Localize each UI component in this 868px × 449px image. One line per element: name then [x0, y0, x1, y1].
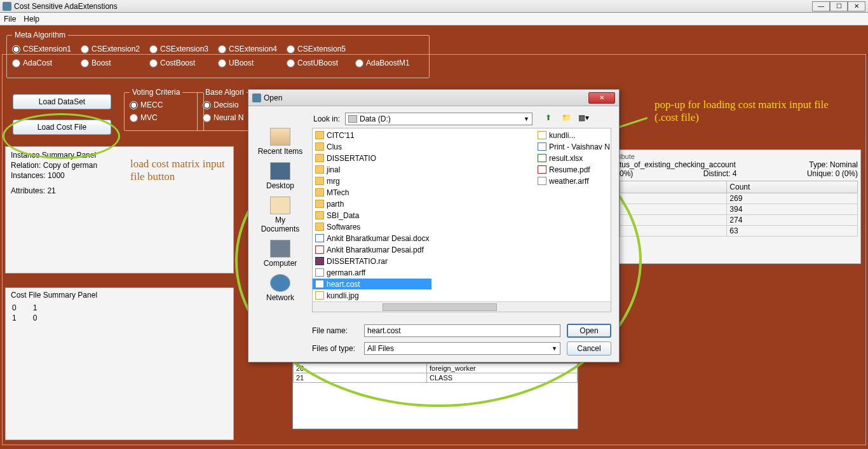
radio-mvc[interactable]	[130, 114, 138, 122]
cancel-button[interactable]: Cancel	[567, 342, 611, 356]
folder-icon	[315, 177, 324, 185]
file-item[interactable]: Ankit Bharatkumar Desai.pdf	[313, 244, 431, 255]
place-network[interactable]: Network	[266, 274, 294, 302]
radio-adaboostm1[interactable]: AdaBoostM1	[355, 59, 424, 67]
drive-icon	[348, 115, 357, 123]
file-item[interactable]: SBI_Data	[313, 210, 431, 221]
meta-legend: Meta Algorithm	[12, 31, 68, 39]
menu-file[interactable]: File	[4, 15, 16, 24]
annotation-load-cost-text: load cost matrix input file button	[130, 158, 232, 183]
cost-matrix-table: 0110	[11, 302, 53, 324]
radio-boost[interactable]: Boost	[81, 59, 149, 67]
basealg-legend: Base Algori	[203, 88, 247, 97]
java-icon	[3, 2, 11, 11]
place-computer[interactable]: Computer	[264, 240, 297, 268]
radio-csextension3[interactable]: CSExtension3	[149, 45, 218, 53]
folder-icon	[315, 200, 324, 208]
annotation-popup-text: pop-up for loading cost matrix input fil…	[654, 99, 851, 124]
radio-adacost[interactable]: AdaCost	[12, 59, 81, 67]
file-item[interactable]: DISSERTATIO	[313, 153, 431, 163]
file-item[interactable]: Resume.pdf	[535, 164, 611, 175]
maximize-button[interactable]: ☐	[830, 1, 848, 11]
horizontal-scrollbar[interactable]	[313, 301, 611, 312]
load-cost-file-button[interactable]: Load Cost File	[13, 120, 111, 135]
file-item[interactable]: kundli...	[535, 130, 611, 141]
filename-label: File name:	[312, 326, 358, 335]
radio-mecc[interactable]	[130, 101, 138, 109]
file-item[interactable]: DISSERTATIO.rar	[313, 256, 431, 266]
file-list[interactable]: CITC'11ClusDISSERTATIOjinalmrgMTechparth…	[312, 128, 611, 312]
file-item[interactable]: weather.arff	[535, 176, 611, 186]
dialog-titlebar: Open ✕	[248, 90, 619, 106]
radio-csextension4[interactable]: CSExtension4	[218, 45, 287, 53]
places-bar: Recent Items Desktop My Documents Comput…	[255, 128, 306, 302]
folder-icon	[315, 188, 324, 197]
file-item[interactable]: kundli.jpg	[313, 290, 431, 301]
file-item[interactable]: Clus	[313, 141, 431, 152]
img-icon	[538, 131, 546, 139]
window-titlebar: Cost Sensitive AdaExtenstions — ☐ ✕	[0, 0, 868, 13]
new-folder-icon[interactable]: 📁	[562, 113, 573, 125]
file-icon	[315, 280, 324, 288]
dialog-title: Open	[264, 93, 588, 102]
voting-criteria-group: Voting Criteria MECC MVC	[124, 88, 204, 131]
cost-file-summary-panel: Cost File Summary Panel 0110	[5, 287, 234, 440]
file-item[interactable]: CITC'11	[313, 130, 431, 141]
open-button[interactable]: Open	[567, 324, 611, 338]
radio-costboost[interactable]: CostBoost	[149, 59, 218, 67]
folder-icon	[315, 131, 324, 139]
img-icon	[315, 291, 324, 300]
radio-uboost[interactable]: UBoost	[218, 59, 287, 67]
place-mydocs[interactable]: My Documents	[255, 197, 306, 233]
filename-input[interactable]	[364, 324, 560, 337]
radio-neural[interactable]	[203, 114, 211, 122]
file-item[interactable]: jinal	[313, 164, 431, 175]
filetype-label: Files of type:	[312, 344, 358, 353]
attribute-list-panel: 20foreign_worker21CLASS	[292, 363, 578, 429]
menu-help[interactable]: Help	[24, 15, 39, 24]
place-desktop[interactable]: Desktop	[266, 162, 294, 190]
dialog-close-button[interactable]: ✕	[588, 92, 615, 104]
radio-csextension5[interactable]: CSExtension5	[287, 45, 355, 53]
lookin-combo[interactable]: Data (D:) ▼	[345, 113, 532, 125]
folder-icon	[315, 142, 324, 151]
chevron-down-icon: ▼	[524, 116, 529, 122]
doc-icon	[538, 142, 546, 151]
pdf-icon	[538, 165, 546, 174]
radio-costuboost[interactable]: CostUBoost	[287, 59, 355, 67]
radio-csextension1[interactable]: CSExtension1	[12, 45, 81, 53]
folder-icon	[315, 165, 324, 174]
folder-icon	[315, 211, 324, 219]
attribute-detail-panel: ibute tus_of_existing_checking_account T…	[616, 149, 861, 264]
file-item[interactable]: heart.cost	[313, 279, 431, 289]
file-item[interactable]: Print - Vaishnav N	[535, 141, 611, 152]
file-item[interactable]: Ankit Bharatkumar Desai.docx	[313, 233, 431, 244]
file-item[interactable]: german.arff	[313, 267, 431, 278]
voting-legend: Voting Criteria	[130, 88, 182, 97]
lookin-label: Look in:	[313, 114, 340, 123]
attr-name: tus_of_existing_checking_account	[620, 160, 736, 169]
meta-algorithm-group: Meta Algorithm CSExtension1CSExtension2C…	[6, 31, 430, 78]
file-item[interactable]: mrg	[313, 176, 431, 186]
xls-icon	[538, 154, 546, 162]
file-item[interactable]: result.xlsx	[535, 153, 611, 163]
up-folder-icon[interactable]: ⬆	[545, 113, 557, 125]
filetype-combo[interactable]: All Files ▼	[364, 342, 560, 355]
count-table: Count 26939427463	[620, 181, 858, 237]
load-dataset-button[interactable]: Load DataSet	[13, 94, 111, 109]
radio-decision[interactable]	[203, 101, 211, 109]
file-item[interactable]: Softwares	[313, 221, 431, 232]
file-icon	[538, 177, 546, 185]
minimize-button[interactable]: —	[812, 1, 830, 11]
place-recent[interactable]: Recent Items	[258, 128, 303, 156]
folder-icon	[315, 223, 324, 231]
window-title: Cost Sensitive AdaExtenstions	[14, 2, 812, 11]
folder-icon	[315, 154, 324, 162]
radio-csextension2[interactable]: CSExtension2	[81, 45, 149, 53]
close-button[interactable]: ✕	[848, 1, 865, 11]
pdf-icon	[315, 245, 324, 254]
view-menu-icon[interactable]: ▦▾	[578, 113, 590, 125]
file-item[interactable]: parth	[313, 198, 431, 209]
file-item[interactable]: MTech	[313, 187, 431, 198]
rar-icon	[315, 257, 324, 265]
